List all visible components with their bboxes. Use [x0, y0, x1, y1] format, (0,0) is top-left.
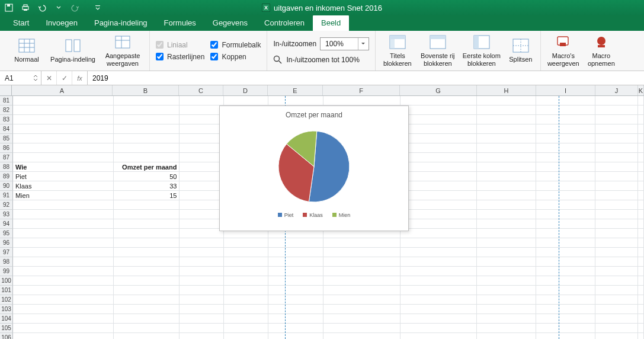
- accept-formula-button[interactable]: ✓: [57, 71, 72, 85]
- cell[interactable]: [477, 333, 536, 339]
- cell[interactable]: [13, 115, 114, 124]
- row-header[interactable]: 96: [0, 238, 13, 248]
- cell[interactable]: [13, 248, 114, 257]
- cell[interactable]: [638, 143, 644, 153]
- cell[interactable]: [401, 96, 478, 105]
- cell[interactable]: [638, 229, 644, 238]
- cell[interactable]: [638, 172, 644, 181]
- cell[interactable]: [224, 267, 268, 276]
- cell[interactable]: [180, 191, 224, 200]
- cell[interactable]: [595, 295, 638, 305]
- row-header[interactable]: 88: [0, 162, 13, 172]
- cell[interactable]: [477, 124, 536, 134]
- column-header-F[interactable]: F: [323, 85, 400, 95]
- cell[interactable]: [401, 324, 478, 333]
- cell[interactable]: [268, 333, 323, 339]
- cell[interactable]: [595, 267, 638, 276]
- cell[interactable]: [401, 191, 478, 200]
- cell[interactable]: 50: [114, 172, 180, 181]
- cell[interactable]: [268, 324, 323, 333]
- fx-button[interactable]: fx: [72, 71, 88, 85]
- cell[interactable]: 33: [114, 181, 180, 191]
- cell[interactable]: [595, 153, 638, 162]
- cell[interactable]: [401, 219, 478, 229]
- cell[interactable]: [477, 219, 536, 229]
- cell[interactable]: [477, 305, 536, 314]
- cell[interactable]: Klaas: [13, 181, 114, 191]
- cell[interactable]: [595, 314, 638, 324]
- cell[interactable]: [224, 257, 268, 267]
- cell[interactable]: [401, 105, 478, 115]
- cell[interactable]: [638, 248, 644, 257]
- cell[interactable]: [180, 124, 224, 134]
- cell[interactable]: [595, 210, 638, 219]
- cell[interactable]: [477, 143, 536, 153]
- cell[interactable]: [114, 105, 180, 115]
- cell[interactable]: [638, 267, 644, 276]
- cell[interactable]: [180, 153, 224, 162]
- cell[interactable]: [401, 210, 478, 219]
- cell[interactable]: [180, 105, 224, 115]
- cell[interactable]: [595, 105, 638, 115]
- cell[interactable]: [268, 295, 323, 305]
- row-header[interactable]: 89: [0, 172, 13, 181]
- cell[interactable]: [180, 286, 224, 295]
- cell[interactable]: [180, 219, 224, 229]
- cell[interactable]: [638, 324, 644, 333]
- cell[interactable]: [114, 134, 180, 143]
- cell[interactable]: [224, 96, 268, 105]
- column-header-B[interactable]: B: [113, 85, 179, 95]
- cell[interactable]: [224, 248, 268, 257]
- cell[interactable]: [268, 238, 323, 248]
- cell[interactable]: [401, 276, 478, 286]
- column-header-E[interactable]: E: [268, 85, 323, 95]
- cell[interactable]: [536, 210, 595, 219]
- formula-bar-checkbox[interactable]: Formulebalk: [210, 41, 261, 49]
- cell[interactable]: [114, 153, 180, 162]
- row-header[interactable]: 103: [0, 305, 13, 314]
- cell[interactable]: [477, 181, 536, 191]
- cell[interactable]: [401, 124, 478, 134]
- row-header[interactable]: 92: [0, 200, 13, 210]
- cell[interactable]: [13, 105, 114, 115]
- cell[interactable]: [180, 257, 224, 267]
- cell[interactable]: [401, 143, 478, 153]
- cell[interactable]: [114, 286, 180, 295]
- row-header[interactable]: 104: [0, 314, 13, 324]
- cell[interactable]: [638, 105, 644, 115]
- cell[interactable]: [323, 305, 401, 314]
- normal-view-button[interactable]: Normaal: [9, 38, 44, 63]
- cell[interactable]: [638, 210, 644, 219]
- cell[interactable]: [536, 162, 595, 172]
- cell[interactable]: [180, 96, 224, 105]
- cell[interactable]: [401, 333, 478, 339]
- cell[interactable]: [114, 257, 180, 267]
- cell[interactable]: [595, 181, 638, 191]
- row-header[interactable]: 100: [0, 276, 13, 286]
- cell[interactable]: [224, 324, 268, 333]
- formula-input[interactable]: [88, 71, 644, 85]
- cell[interactable]: [401, 286, 478, 295]
- cell[interactable]: [268, 276, 323, 286]
- cell[interactable]: [224, 314, 268, 324]
- cell[interactable]: [401, 200, 478, 210]
- record-macro-button[interactable]: Macro opnemen: [586, 34, 617, 66]
- cell[interactable]: [114, 219, 180, 229]
- cell[interactable]: Piet: [13, 172, 114, 181]
- tab-gegevens[interactable]: Gegevens: [204, 15, 256, 31]
- cell[interactable]: [536, 172, 595, 181]
- cell[interactable]: [13, 96, 114, 105]
- cell[interactable]: [224, 286, 268, 295]
- cell[interactable]: [114, 267, 180, 276]
- row-header[interactable]: 91: [0, 191, 13, 200]
- cell[interactable]: [13, 286, 114, 295]
- row-header[interactable]: 90: [0, 181, 13, 191]
- cell[interactable]: [180, 333, 224, 339]
- cell[interactable]: [401, 229, 478, 238]
- cell[interactable]: [401, 257, 478, 267]
- row-header[interactable]: 99: [0, 267, 13, 276]
- cell[interactable]: [477, 210, 536, 219]
- cell[interactable]: [180, 248, 224, 257]
- cell[interactable]: [13, 314, 114, 324]
- cell[interactable]: [401, 295, 478, 305]
